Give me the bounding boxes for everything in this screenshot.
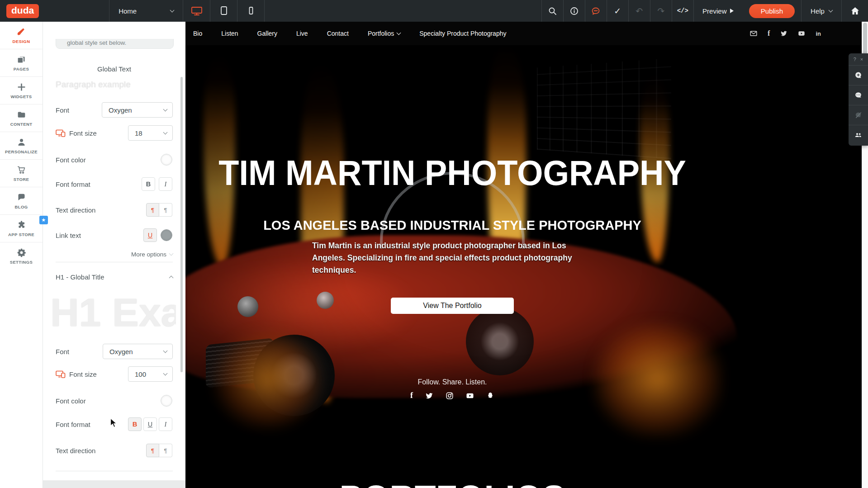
sidebar-item-label: DESIGN xyxy=(13,39,30,44)
direction-rtl-button[interactable]: ¶ xyxy=(159,203,172,217)
publish-button[interactable]: Publish xyxy=(749,4,795,18)
comments-icon xyxy=(854,91,862,99)
h1-section-header[interactable]: H1 - Global Title xyxy=(56,273,173,281)
device-desktop-button[interactable] xyxy=(183,0,210,22)
direction-ltr-button[interactable]: ¶ xyxy=(146,203,159,217)
add-comment-button[interactable] xyxy=(849,65,868,85)
linkedin-icon[interactable]: in xyxy=(816,30,821,37)
site-navbar: Bio Listen Gallery Live Contact Portfoli… xyxy=(185,22,868,45)
h1-font-color-swatch[interactable] xyxy=(161,395,172,407)
h1-bold-button[interactable]: B xyxy=(128,417,142,431)
page-selector-dropdown[interactable]: Home xyxy=(109,0,183,22)
font-format-label: Font format xyxy=(56,180,90,188)
follow-share-listen-text: Follow. Share. Listen. xyxy=(185,378,719,386)
sidebar-item-settings[interactable]: SETTINGS xyxy=(0,242,43,270)
responsive-device-icon xyxy=(56,370,66,378)
chevron-down-icon xyxy=(163,371,168,375)
link-text-label: Link text xyxy=(56,232,81,239)
facebook-icon[interactable]: f xyxy=(768,29,770,38)
instagram-icon[interactable] xyxy=(446,392,454,400)
search-button[interactable] xyxy=(542,0,563,22)
info-button[interactable] xyxy=(564,0,585,22)
play-icon xyxy=(730,9,734,13)
h1-font-dropdown[interactable]: Oxygen xyxy=(103,344,173,359)
font-color-label: Font color xyxy=(56,397,86,405)
bold-button[interactable]: B xyxy=(142,177,155,191)
sidebar-item-store[interactable]: STORE xyxy=(0,160,43,187)
duda-logo[interactable]: duda xyxy=(6,4,39,18)
view-portfolio-button[interactable]: View The Portfolio xyxy=(391,298,514,314)
sidebar-item-pages[interactable]: PAGES xyxy=(0,49,43,77)
link-color-swatch[interactable] xyxy=(161,229,172,241)
facebook-icon[interactable]: f xyxy=(410,391,413,400)
plus-icon xyxy=(17,82,26,92)
speech-bubble-icon xyxy=(17,193,26,202)
redo-button[interactable]: ↷ xyxy=(650,0,672,22)
site-subtitle[interactable]: LOS ANGELES BASED INDUSTRIAL STYLE PHOTO… xyxy=(185,218,719,233)
italic-button[interactable]: I xyxy=(159,177,172,191)
h1-font-row: Font Oxygen xyxy=(56,344,173,359)
sidebar-item-widgets[interactable]: WIDGETS xyxy=(0,77,43,104)
nav-item-listen[interactable]: Listen xyxy=(221,30,238,37)
undo-icon: ↶ xyxy=(636,6,643,16)
h1-underline-button[interactable]: U xyxy=(143,417,157,431)
nav-item-specialty[interactable]: Specialty Product Photography xyxy=(419,30,506,37)
direction-ltr-button[interactable]: ¶ xyxy=(146,444,159,457)
h1-italic-button[interactable]: I xyxy=(159,417,172,431)
dev-mode-button[interactable]: </> xyxy=(672,0,693,22)
topbar-spacer xyxy=(39,0,109,22)
font-color-swatch[interactable] xyxy=(161,154,172,166)
direction-rtl-button[interactable]: ¶ xyxy=(159,444,172,457)
twitter-icon[interactable] xyxy=(780,30,787,37)
device-mobile-button[interactable] xyxy=(237,0,264,22)
youtube-icon[interactable] xyxy=(798,30,805,37)
hide-comments-button[interactable] xyxy=(849,105,868,125)
font-format-label: Font format xyxy=(56,421,90,428)
sidebar-item-label: PERSONALIZE xyxy=(5,149,38,154)
sidebar-item-label: BLOG xyxy=(14,204,28,209)
help-dropdown[interactable]: Help xyxy=(802,0,841,22)
feedback-chat-button[interactable] xyxy=(585,0,607,22)
sidebar-item-blog[interactable]: BLOG xyxy=(0,187,43,215)
youtube-icon[interactable] xyxy=(466,392,474,400)
nav-item-live[interactable]: Live xyxy=(296,30,308,37)
sidebar-item-content[interactable]: CONTENT xyxy=(0,104,43,132)
link-underline-button[interactable]: U xyxy=(143,228,157,242)
more-options-link[interactable]: More options xyxy=(131,251,173,258)
h1-font-size-row: Font size 100 xyxy=(56,366,173,382)
font-size-dropdown[interactable]: 18 xyxy=(128,125,173,141)
nav-item-gallery[interactable]: Gallery xyxy=(257,30,277,37)
show-comments-button[interactable] xyxy=(849,85,868,105)
help-label: Help xyxy=(811,7,825,15)
email-icon[interactable] xyxy=(750,30,757,37)
twitter-icon[interactable] xyxy=(425,392,433,400)
device-tablet-button[interactable] xyxy=(210,0,237,22)
folder-icon xyxy=(17,110,26,119)
dashboard-home-button[interactable] xyxy=(842,0,868,22)
approve-check-button[interactable]: ✓ xyxy=(607,0,628,22)
sidebar-item-design[interactable]: DESIGN xyxy=(0,22,43,49)
site-intro-paragraph[interactable]: Tim Martin is an industrial style produc… xyxy=(312,240,577,276)
comments-toolbar: ? × xyxy=(849,53,868,146)
help-icon[interactable]: ? xyxy=(854,57,856,62)
nav-item-bio[interactable]: Bio xyxy=(193,30,202,37)
snapchat-icon[interactable] xyxy=(486,392,494,400)
nav-item-portfolios[interactable]: Portfolios xyxy=(368,30,400,37)
close-icon[interactable]: × xyxy=(860,57,863,62)
info-icon xyxy=(570,7,579,15)
font-dropdown[interactable]: Oxygen xyxy=(102,102,173,118)
mobile-icon xyxy=(248,6,254,16)
panel-scrollbar-thumb[interactable] xyxy=(180,77,183,372)
sidebar-item-personalize[interactable]: PERSONALIZE xyxy=(0,132,43,160)
sidebar-item-app-store[interactable]: ★ APP STORE xyxy=(0,215,43,242)
site-title[interactable]: TIM MARTIN PHOTOGRAPHY xyxy=(196,153,709,193)
collaborators-button[interactable] xyxy=(849,125,868,145)
text-direction-label: Text direction xyxy=(56,447,95,455)
redo-icon: ↷ xyxy=(657,6,664,16)
h1-font-size-dropdown[interactable]: 100 xyxy=(128,366,173,382)
portfolios-title[interactable]: PORTFOLIOS xyxy=(196,478,709,488)
undo-button[interactable]: ↶ xyxy=(629,0,650,22)
brush-icon xyxy=(17,27,26,37)
preview-button[interactable]: Preview xyxy=(694,0,743,22)
nav-item-contact[interactable]: Contact xyxy=(327,30,349,37)
